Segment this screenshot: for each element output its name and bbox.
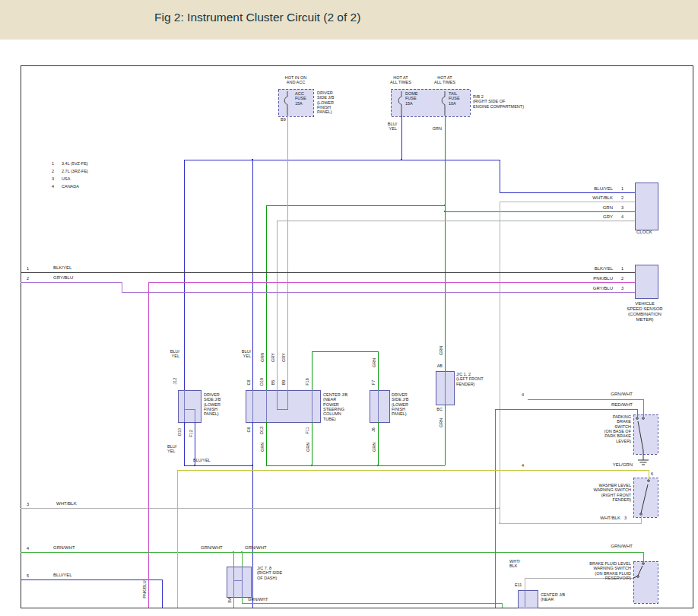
f18-pin-label: F18 [305,378,309,385]
legend-text-2: 2.7L (3RZ-FE) [62,169,88,173]
b5-wire-label: GRY [271,353,275,362]
d13-wire-label: GRN [260,443,265,452]
grnwht-rail-label-1: GRN/WHT [201,545,223,551]
junction-dot [400,158,402,160]
washer-pin-3: 3 [624,516,627,520]
wire-label-tail-grn: GRN [433,126,442,131]
bf-wire2-label: WHT/ BLK [509,559,520,569]
park-wire2-label: RED/WHT [611,402,633,408]
jc78-box [227,567,251,597]
clock-wire-3: GRN [603,205,613,211]
rb2-label: R/B 2 (RIGHT SIDE OF ENGINE COMPARTMENT) [473,94,524,109]
junction-dot [251,464,253,466]
vss-pin-1: 1 [621,266,623,271]
f7-pin-label: F7 [371,380,376,385]
legend-num-3: 3 [52,176,54,181]
vss-pin-2: 2 [621,276,623,281]
brake-fluid-switch-box [633,561,658,603]
diagram-border [21,65,693,608]
bf-label: BRAKE FLUID LEVEL WARNING SWITCH (ON BRA… [589,561,631,580]
junction-dot [498,522,500,524]
vss-wire-3: GRY/BLU [593,286,613,291]
wire-b5-clock-gry [277,221,635,390]
ba-pin-label: BA [227,597,232,602]
parking-brake-switch-box [633,414,658,454]
j12-wire-label: BLU/ YEL [170,349,179,359]
clock-wire-4: GRY [603,214,613,220]
junction-dot [498,506,500,509]
jc78-label: J/C 7, 8 (RIGHT SIDE OF DASH) [257,566,282,580]
junction-dot [310,464,313,466]
left-pin-3: 3 [27,502,29,506]
hot-dome-label: HOT AT ALL TIMES [390,75,411,85]
washer-switch-box [633,478,658,517]
j12-pin-label: J12 [173,378,177,385]
clock-pin-3: 3 [621,205,623,210]
wire-vss-pnkblu [148,282,635,608]
wire-vss-gryblu [21,282,635,292]
clock-wire-1: BLU/YEL [594,186,613,192]
center-jb3-label: CENTER J/B (NEAR [541,592,565,602]
bluyel-rail-label: BLU/YEL [193,458,211,462]
left-pin-5: 5 [27,573,29,578]
grnwht-bottom-label: GRN/WHT [248,597,268,602]
d19-wire-label: GRN [260,353,265,362]
vss-box [635,265,658,298]
b5-pin-label: B5 [271,380,275,386]
clock-pin-2: 2 [621,195,623,200]
left-wire-4: GRN/WHT [53,545,75,551]
wire-f18-f7-loop [312,351,378,390]
washer-label: WASHER LEVEL WARNING SWITCH (RIGHT FRONT… [593,483,631,502]
driver-jb2-box [370,390,389,422]
grnwht-rail-label-2: GRN/WHT [245,545,267,551]
vss-label: VEHICLE SPEED SENSOR (COMBINATION METER) [627,301,662,322]
left-wire-5: BLU/YEL [53,573,72,578]
left-pin-2: 2 [27,276,29,281]
vss-pin-3: 3 [621,286,623,291]
ab-wire-label: GRN [439,346,443,355]
washer-pin-6: 6 [651,472,653,476]
acc-jb-label: DRIVER SIDE J/B (LOWER FINISH PANEL) [317,90,334,115]
tail-fuse-label: TAIL FUSE 10A [449,91,460,106]
legend-text-1: 3.4L (5VZ-FE) [62,161,88,166]
junction-dot [376,464,379,466]
hot-tail-label: HOT AT ALL TIMES [434,75,455,85]
junction-dot [193,464,195,466]
clock-label: CLOCK [636,230,652,235]
b9-wire-label: GRY [281,353,286,362]
center-jb-label: CENTER J/B (NEAR POWER STEERING COLUMN T… [323,392,347,421]
junction-dot [443,210,446,212]
left-pin-1: 1 [27,266,29,271]
legend-text-3: USA [62,176,70,181]
dome-fuse-label: DOME FUSE 15A [405,91,418,106]
legend-num-1: 1 [52,161,54,166]
park-label: PARKING BRAKE SWITCH (ON BASE OF PARK BR… [604,414,631,443]
left-wire-1: BLK/YEL [53,265,71,271]
wire-d19-feed [266,205,445,390]
washer-wire2-label: WHT/BLK [600,516,620,521]
driver-jb1-box [178,390,201,422]
clock-wire-2: WHT/BLK [592,195,613,201]
pnkblu-vert-label: PNK/BLU [142,580,147,599]
wire-dome-fuse-feed [184,116,401,390]
d10-pin-label: D10 [177,428,182,436]
f11-pin-label: F11 [305,427,309,433]
vss-wire-2: PNK/BLU [593,276,613,281]
park-wire-label: GRN/WHT [611,392,633,397]
clock-pin-4: 4 [621,214,623,219]
washer-option-4: 4 [522,463,524,468]
j6-pin-label: J6 [371,427,376,432]
c8-pin-label: C8 [246,379,251,385]
f12-pin-label: F12 [189,430,193,437]
d13-pin-label: D13 [259,427,264,434]
wire-left5-bluyel [21,579,162,608]
wiring-svg [0,0,698,616]
legend-text-4: CANADA [62,184,79,189]
center-jb3-box [518,590,538,608]
ab-pin-label: AB [437,364,443,368]
junction-dot [240,551,243,553]
f7-wire-label: GRN [372,358,376,367]
ground-symbol [638,454,649,465]
f11-wire-label: GRN [306,443,310,452]
wire-label-dome-bluyel: BLU/ YEL [388,122,397,132]
